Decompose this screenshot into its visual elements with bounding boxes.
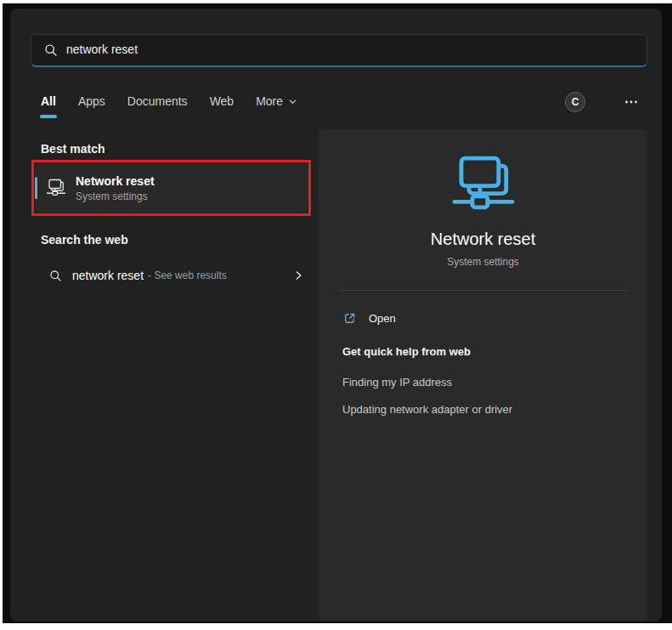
- best-match-subtitle: System settings: [76, 190, 155, 202]
- chevron-down-icon: [288, 97, 297, 106]
- open-label: Open: [369, 312, 396, 325]
- annotation-highlight-box: Network reset System settings: [31, 160, 311, 216]
- open-action[interactable]: Open: [319, 304, 647, 332]
- search-flyout-panel: All Apps Documents Web More C: [10, 9, 662, 621]
- chevron-right-icon: [293, 270, 304, 281]
- help-link-ip-address[interactable]: Finding my IP address: [319, 376, 647, 389]
- best-match-heading: Best match: [41, 142, 104, 156]
- preview-divider: [339, 290, 627, 291]
- preview-subtitle: System settings: [447, 256, 519, 268]
- preview-pane: Network reset System settings Open Get q…: [319, 129, 647, 621]
- tab-more-label: More: [256, 94, 283, 108]
- search-input[interactable]: [58, 43, 647, 58]
- tab-web[interactable]: Web: [210, 94, 234, 110]
- avatar-initial: C: [572, 96, 579, 108]
- search-the-web-heading: Search the web: [41, 233, 128, 247]
- tab-apps-label: Apps: [78, 94, 105, 108]
- search-box[interactable]: [31, 34, 647, 67]
- account-avatar[interactable]: C: [565, 92, 585, 112]
- search-icon: [44, 43, 58, 57]
- network-reset-icon: [450, 151, 517, 218]
- tab-documents-label: Documents: [127, 94, 188, 108]
- options-ellipsis-button[interactable]: [621, 96, 641, 108]
- tab-apps[interactable]: Apps: [78, 94, 105, 110]
- open-external-icon: [342, 311, 357, 326]
- preview-title: Network reset: [431, 229, 535, 249]
- web-result-item[interactable]: network reset - See web results: [31, 258, 311, 293]
- web-result-query: network reset: [72, 269, 144, 282]
- best-match-text: Network reset System settings: [76, 174, 155, 202]
- help-link-network-adapter[interactable]: Updating network adapter or driver: [319, 403, 647, 416]
- tab-documents[interactable]: Documents: [127, 94, 188, 110]
- web-result-suffix: - See web results: [148, 270, 227, 281]
- best-match-title: Network reset: [76, 174, 155, 188]
- tab-more[interactable]: More: [256, 94, 297, 110]
- tab-all-label: All: [41, 94, 56, 108]
- quick-help-heading: Get quick help from web: [319, 345, 647, 359]
- search-icon-small: [49, 270, 62, 282]
- best-match-item[interactable]: Network reset System settings: [35, 163, 308, 213]
- selection-accent-pill: [35, 177, 37, 199]
- search-filter-tabs: All Apps Documents Web More C: [41, 88, 641, 116]
- network-computer-icon: [46, 178, 66, 198]
- tab-web-label: Web: [210, 94, 234, 108]
- tab-all[interactable]: All: [41, 94, 56, 110]
